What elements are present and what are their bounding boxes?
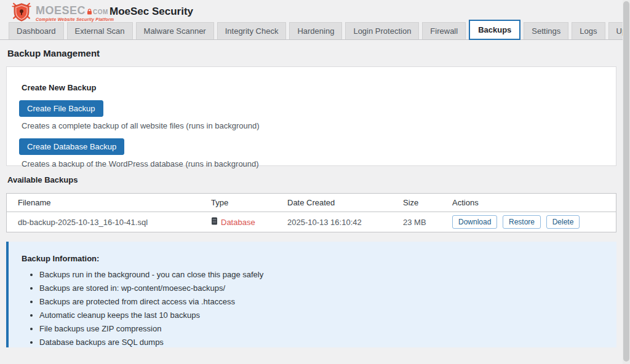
brand-name: MOESEC (36, 5, 86, 16)
scrollbar-thumb[interactable] (623, 1, 629, 362)
tab-integrity-check[interactable]: Integrity Check (217, 22, 287, 39)
available-backups-heading: Available Backups (7, 175, 78, 184)
column-header-date-created: Date Created (281, 194, 397, 212)
create-file-backup-button[interactable]: Create File Backup (19, 100, 103, 117)
list-item: Backups are protected from direct access… (39, 297, 604, 306)
download-button[interactable]: Download (452, 215, 497, 229)
create-database-backup-button[interactable]: Create Database Backup (19, 138, 124, 155)
vertical-scrollbar (623, 0, 630, 364)
database-icon (211, 217, 218, 227)
backup-info-heading: Backup Information: (22, 254, 604, 263)
backup-size: 23 MB (397, 212, 446, 232)
list-item: File backups use ZIP compression (39, 324, 604, 333)
brand-tld: COM (93, 9, 108, 15)
tab-firewall[interactable]: Firewall (422, 22, 466, 39)
list-item: Automatic cleanup keeps the last 10 back… (39, 311, 604, 320)
tab-hardening[interactable]: Hardening (289, 22, 342, 39)
backups-table-card: Filename Type Date Created Size Actions … (6, 193, 616, 232)
tab-bar: Dashboard External Scan Malware Scanner … (0, 23, 623, 40)
create-backup-card: Create New Backup Create File Backup Cre… (6, 66, 616, 166)
table-row: db-backup-2025-10-13_16-10-41.sql Databa… (7, 212, 616, 232)
backup-filename: db-backup-2025-10-13_16-10-41.sql (7, 212, 205, 232)
tab-malware-scanner[interactable]: Malware Scanner (136, 22, 214, 39)
logo: MOESEC COM Complete Website Security Pla… (10, 2, 114, 24)
tab-login-protection[interactable]: Login Protection (345, 22, 419, 39)
tab-backups[interactable]: Backups (469, 20, 520, 40)
file-backup-description: Creates a complete backup of all website… (22, 121, 604, 130)
backup-type-label: Database (221, 218, 255, 227)
logo-text: MOESEC COM Complete Website Security Pla… (36, 5, 114, 22)
backup-info-list: Backups run in the background - you can … (22, 270, 604, 347)
list-item: Database backups are SQL dumps (39, 338, 604, 347)
tab-dashboard[interactable]: Dashboard (9, 22, 64, 39)
delete-button[interactable]: Delete (546, 215, 580, 229)
column-header-type: Type (205, 194, 281, 212)
tab-external-scan[interactable]: External Scan (67, 22, 133, 39)
app-title: MoeSec Security (110, 6, 193, 18)
backups-table: Filename Type Date Created Size Actions … (7, 194, 616, 232)
backup-date-created: 2025-10-13 16:10:42 (281, 212, 397, 232)
list-item: Backups are stored in: wp-content/moesec… (39, 283, 604, 293)
create-backup-heading: Create New Backup (22, 83, 604, 92)
page-title: Backup Management (7, 48, 100, 58)
lock-icon (87, 8, 92, 14)
column-header-actions: Actions (446, 194, 616, 212)
shield-icon (10, 2, 33, 24)
backup-info-box: Backup Information: Backups run in the b… (6, 242, 616, 347)
column-header-size: Size (397, 194, 446, 212)
restore-button[interactable]: Restore (503, 215, 541, 229)
tab-settings[interactable]: Settings (524, 22, 568, 39)
logo-tagline: Complete Website Security Platform (36, 17, 114, 22)
header: MOESEC COM Complete Website Security Pla… (0, 0, 623, 23)
tab-logs[interactable]: Logs (572, 22, 605, 39)
table-header-row: Filename Type Date Created Size Actions (7, 194, 616, 212)
column-header-filename: Filename (7, 194, 205, 212)
list-item: Backups run in the background - you can … (39, 270, 604, 279)
database-backup-description: Creates a backup of the WordPress databa… (22, 159, 604, 168)
